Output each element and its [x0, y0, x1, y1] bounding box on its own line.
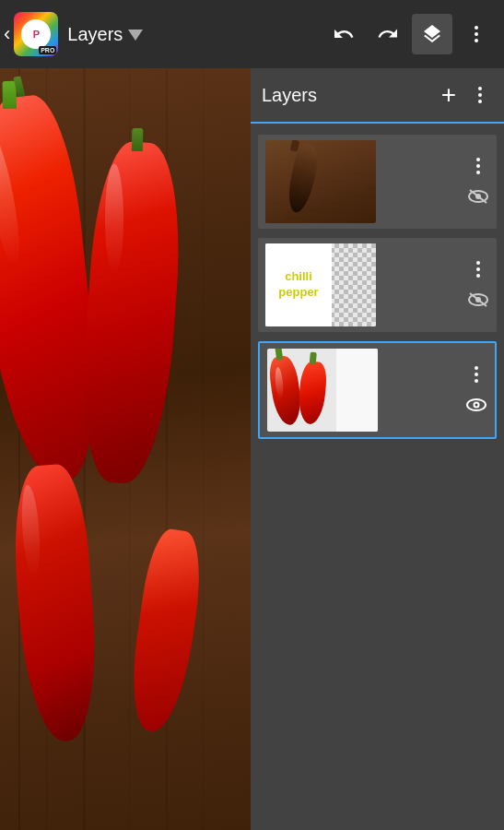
toolbar-actions: [323, 14, 497, 54]
layer-3-actions: [465, 362, 487, 419]
toolbar-left: ‹ P PRO Layers: [7, 12, 323, 56]
layer-text-area: chilli pepper: [265, 243, 332, 326]
thumb-red-pepper-2: [297, 361, 328, 425]
layers-icon: [421, 23, 443, 45]
layers-panel-title: Layers: [262, 85, 441, 106]
layer-thumb-white-half: [336, 349, 378, 432]
layers-menu-button[interactable]: [467, 82, 493, 108]
layer-2-visibility-button[interactable]: [467, 290, 489, 314]
eye-hidden-icon-2: [467, 290, 489, 309]
layers-list: chilli pepper: [251, 124, 504, 830]
eye-hidden-icon: [467, 187, 489, 206]
app-icon: P PRO: [14, 12, 58, 56]
eye-visible-icon: [465, 396, 487, 414]
layer-2-actions: [467, 257, 489, 314]
layer-1-thumbnail: [265, 140, 376, 223]
layer-menu-dots-icon-3: [475, 366, 478, 383]
layer-item[interactable]: [258, 135, 497, 229]
redo-icon: [377, 23, 399, 45]
layer-2-thumbnail: chilli pepper: [265, 243, 376, 326]
redo-button[interactable]: [368, 14, 408, 54]
toolbar: ‹ P PRO Layers: [0, 0, 504, 68]
svg-point-8: [475, 403, 478, 406]
layer-3-thumbnail: [267, 349, 378, 432]
layers-button[interactable]: [412, 14, 452, 54]
layers-panel: Layers +: [251, 68, 504, 830]
layer-menu-dots-icon: [476, 158, 480, 174]
layer-1-visibility-button[interactable]: [467, 187, 489, 210]
more-options-button[interactable]: [456, 14, 497, 54]
layer-1-menu-button[interactable]: [473, 154, 484, 178]
layer-text-line1: chilli: [285, 269, 312, 285]
three-dots-icon: [475, 26, 478, 42]
add-layer-button[interactable]: +: [441, 82, 456, 108]
undo-icon: [333, 23, 355, 45]
app-logo: P: [21, 19, 51, 49]
layer-3-visibility-button[interactable]: [465, 396, 487, 419]
layer-text-line2: pepper: [278, 285, 318, 301]
pro-badge: PRO: [39, 46, 56, 54]
thumb-red-pepper-1: [267, 354, 304, 426]
three-dots-layers-icon: [478, 87, 482, 103]
layer-menu-dots-icon-2: [476, 261, 480, 278]
layer-2-menu-button[interactable]: [473, 257, 484, 281]
back-button[interactable]: ‹: [4, 22, 10, 46]
dropdown-indicator: [128, 30, 143, 41]
toolbar-title: Layers: [67, 24, 123, 45]
main-content: Layers +: [0, 68, 504, 830]
layer-3-menu-button[interactable]: [471, 362, 482, 386]
undo-button[interactable]: [323, 14, 364, 54]
layers-panel-header: Layers +: [251, 68, 504, 124]
layer-item[interactable]: [258, 341, 497, 439]
layer-1-actions: [467, 154, 489, 210]
layer-item[interactable]: chilli pepper: [258, 238, 497, 332]
